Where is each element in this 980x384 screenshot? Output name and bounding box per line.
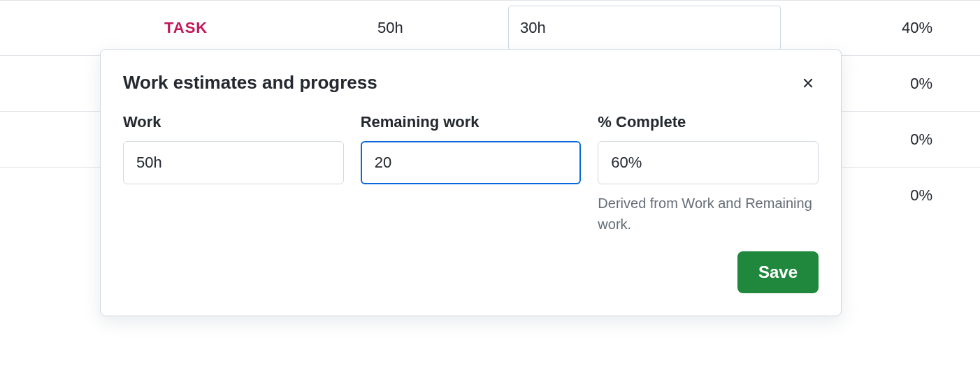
- work-estimates-popover: Work estimates and progress Work Remaini…: [100, 49, 842, 316]
- save-button[interactable]: Save: [737, 251, 819, 293]
- close-icon: [800, 75, 816, 91]
- popover-footer: Save: [123, 251, 819, 293]
- percent-complete-input[interactable]: [598, 141, 819, 184]
- remaining-work-field-group: Remaining work: [361, 113, 582, 235]
- remaining-cell[interactable]: 30h: [508, 6, 781, 50]
- close-button[interactable]: [798, 73, 819, 94]
- task-name-cell: TASK: [0, 19, 301, 37]
- percent-complete-helper: Derived from Work and Remaining work.: [598, 193, 819, 235]
- remaining-work-label: Remaining work: [361, 113, 582, 131]
- work-input[interactable]: [123, 141, 344, 184]
- percent-complete-label: % Complete: [598, 113, 819, 131]
- popover-title: Work estimates and progress: [123, 72, 377, 94]
- work-field-group: Work: [123, 113, 344, 235]
- work-cell: 50h: [301, 19, 496, 37]
- popover-header: Work estimates and progress: [123, 72, 819, 94]
- pct-cell: 40%: [769, 19, 980, 37]
- percent-complete-field-group: % Complete Derived from Work and Remaini…: [598, 113, 819, 235]
- work-label: Work: [123, 113, 344, 131]
- table-row[interactable]: TASK 50h 30h 40%: [0, 0, 980, 56]
- remaining-work-input[interactable]: [361, 141, 582, 184]
- remaining-cell-wrapper: 30h: [496, 6, 769, 50]
- form-row: Work Remaining work % Complete Derived f…: [123, 113, 819, 235]
